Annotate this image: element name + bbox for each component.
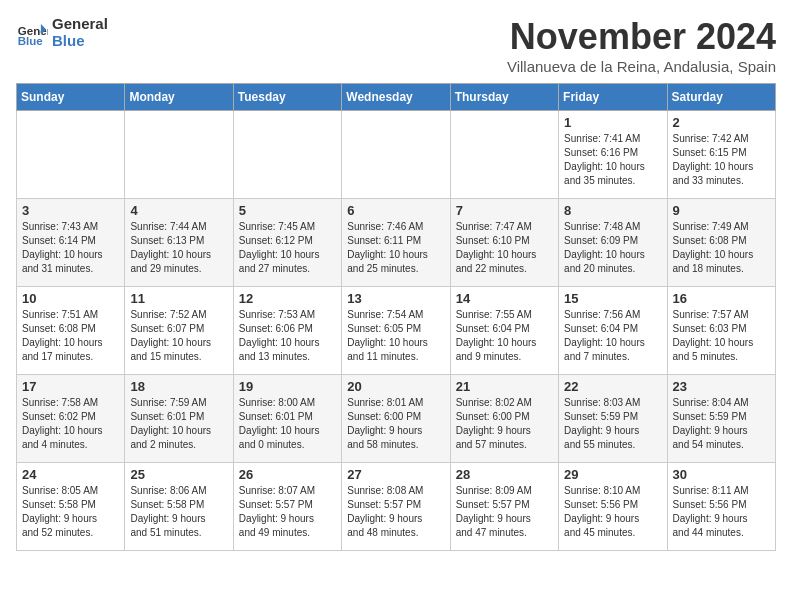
day-detail: Sunrise: 8:01 AM Sunset: 6:00 PM Dayligh… <box>347 396 444 452</box>
day-detail: Sunrise: 7:48 AM Sunset: 6:09 PM Dayligh… <box>564 220 661 276</box>
calendar-cell: 9Sunrise: 7:49 AM Sunset: 6:08 PM Daylig… <box>667 199 775 287</box>
week-row-4: 17Sunrise: 7:58 AM Sunset: 6:02 PM Dayli… <box>17 375 776 463</box>
day-detail: Sunrise: 7:46 AM Sunset: 6:11 PM Dayligh… <box>347 220 444 276</box>
header-cell-wednesday: Wednesday <box>342 84 450 111</box>
calendar-cell: 12Sunrise: 7:53 AM Sunset: 6:06 PM Dayli… <box>233 287 341 375</box>
day-number: 30 <box>673 467 770 482</box>
calendar-cell: 10Sunrise: 7:51 AM Sunset: 6:08 PM Dayli… <box>17 287 125 375</box>
day-detail: Sunrise: 7:56 AM Sunset: 6:04 PM Dayligh… <box>564 308 661 364</box>
week-row-3: 10Sunrise: 7:51 AM Sunset: 6:08 PM Dayli… <box>17 287 776 375</box>
day-number: 3 <box>22 203 119 218</box>
calendar-cell: 18Sunrise: 7:59 AM Sunset: 6:01 PM Dayli… <box>125 375 233 463</box>
day-number: 16 <box>673 291 770 306</box>
day-detail: Sunrise: 8:06 AM Sunset: 5:58 PM Dayligh… <box>130 484 227 540</box>
calendar-cell: 4Sunrise: 7:44 AM Sunset: 6:13 PM Daylig… <box>125 199 233 287</box>
calendar-cell: 28Sunrise: 8:09 AM Sunset: 5:57 PM Dayli… <box>450 463 558 551</box>
day-detail: Sunrise: 8:05 AM Sunset: 5:58 PM Dayligh… <box>22 484 119 540</box>
week-row-2: 3Sunrise: 7:43 AM Sunset: 6:14 PM Daylig… <box>17 199 776 287</box>
day-number: 5 <box>239 203 336 218</box>
day-detail: Sunrise: 7:43 AM Sunset: 6:14 PM Dayligh… <box>22 220 119 276</box>
calendar-cell: 29Sunrise: 8:10 AM Sunset: 5:56 PM Dayli… <box>559 463 667 551</box>
day-number: 6 <box>347 203 444 218</box>
day-detail: Sunrise: 8:04 AM Sunset: 5:59 PM Dayligh… <box>673 396 770 452</box>
day-detail: Sunrise: 7:45 AM Sunset: 6:12 PM Dayligh… <box>239 220 336 276</box>
day-detail: Sunrise: 7:53 AM Sunset: 6:06 PM Dayligh… <box>239 308 336 364</box>
calendar-cell: 6Sunrise: 7:46 AM Sunset: 6:11 PM Daylig… <box>342 199 450 287</box>
day-number: 21 <box>456 379 553 394</box>
calendar-cell: 22Sunrise: 8:03 AM Sunset: 5:59 PM Dayli… <box>559 375 667 463</box>
week-row-5: 24Sunrise: 8:05 AM Sunset: 5:58 PM Dayli… <box>17 463 776 551</box>
day-number: 12 <box>239 291 336 306</box>
day-detail: Sunrise: 7:47 AM Sunset: 6:10 PM Dayligh… <box>456 220 553 276</box>
day-number: 19 <box>239 379 336 394</box>
day-detail: Sunrise: 7:42 AM Sunset: 6:15 PM Dayligh… <box>673 132 770 188</box>
logo-line2: Blue <box>52 33 108 50</box>
calendar-cell: 15Sunrise: 7:56 AM Sunset: 6:04 PM Dayli… <box>559 287 667 375</box>
day-number: 26 <box>239 467 336 482</box>
day-number: 20 <box>347 379 444 394</box>
day-number: 7 <box>456 203 553 218</box>
calendar-cell <box>450 111 558 199</box>
day-detail: Sunrise: 7:44 AM Sunset: 6:13 PM Dayligh… <box>130 220 227 276</box>
day-number: 18 <box>130 379 227 394</box>
day-number: 9 <box>673 203 770 218</box>
calendar-cell: 13Sunrise: 7:54 AM Sunset: 6:05 PM Dayli… <box>342 287 450 375</box>
day-number: 29 <box>564 467 661 482</box>
calendar-cell <box>342 111 450 199</box>
calendar-cell: 27Sunrise: 8:08 AM Sunset: 5:57 PM Dayli… <box>342 463 450 551</box>
day-number: 1 <box>564 115 661 130</box>
day-detail: Sunrise: 8:02 AM Sunset: 6:00 PM Dayligh… <box>456 396 553 452</box>
calendar-cell: 19Sunrise: 8:00 AM Sunset: 6:01 PM Dayli… <box>233 375 341 463</box>
day-detail: Sunrise: 7:41 AM Sunset: 6:16 PM Dayligh… <box>564 132 661 188</box>
day-detail: Sunrise: 7:49 AM Sunset: 6:08 PM Dayligh… <box>673 220 770 276</box>
calendar-cell: 7Sunrise: 7:47 AM Sunset: 6:10 PM Daylig… <box>450 199 558 287</box>
header-cell-monday: Monday <box>125 84 233 111</box>
day-number: 8 <box>564 203 661 218</box>
calendar-cell: 21Sunrise: 8:02 AM Sunset: 6:00 PM Dayli… <box>450 375 558 463</box>
day-detail: Sunrise: 7:52 AM Sunset: 6:07 PM Dayligh… <box>130 308 227 364</box>
header-cell-saturday: Saturday <box>667 84 775 111</box>
day-number: 28 <box>456 467 553 482</box>
logo-icon: General Blue <box>16 17 48 49</box>
header-cell-sunday: Sunday <box>17 84 125 111</box>
calendar-cell: 16Sunrise: 7:57 AM Sunset: 6:03 PM Dayli… <box>667 287 775 375</box>
day-detail: Sunrise: 7:55 AM Sunset: 6:04 PM Dayligh… <box>456 308 553 364</box>
day-number: 17 <box>22 379 119 394</box>
calendar-cell: 14Sunrise: 7:55 AM Sunset: 6:04 PM Dayli… <box>450 287 558 375</box>
calendar-cell <box>17 111 125 199</box>
calendar-cell: 8Sunrise: 7:48 AM Sunset: 6:09 PM Daylig… <box>559 199 667 287</box>
header-row: SundayMondayTuesdayWednesdayThursdayFrid… <box>17 84 776 111</box>
calendar-cell: 2Sunrise: 7:42 AM Sunset: 6:15 PM Daylig… <box>667 111 775 199</box>
day-detail: Sunrise: 7:58 AM Sunset: 6:02 PM Dayligh… <box>22 396 119 452</box>
calendar-cell: 5Sunrise: 7:45 AM Sunset: 6:12 PM Daylig… <box>233 199 341 287</box>
day-number: 4 <box>130 203 227 218</box>
calendar-cell <box>233 111 341 199</box>
header-cell-tuesday: Tuesday <box>233 84 341 111</box>
day-number: 23 <box>673 379 770 394</box>
day-number: 24 <box>22 467 119 482</box>
day-detail: Sunrise: 7:51 AM Sunset: 6:08 PM Dayligh… <box>22 308 119 364</box>
day-number: 27 <box>347 467 444 482</box>
week-row-1: 1Sunrise: 7:41 AM Sunset: 6:16 PM Daylig… <box>17 111 776 199</box>
calendar-cell: 25Sunrise: 8:06 AM Sunset: 5:58 PM Dayli… <box>125 463 233 551</box>
day-number: 2 <box>673 115 770 130</box>
calendar-cell: 20Sunrise: 8:01 AM Sunset: 6:00 PM Dayli… <box>342 375 450 463</box>
svg-text:Blue: Blue <box>18 35 44 47</box>
header-cell-friday: Friday <box>559 84 667 111</box>
day-number: 10 <box>22 291 119 306</box>
calendar-subtitle: Villanueva de la Reina, Andalusia, Spain <box>507 58 776 75</box>
day-number: 15 <box>564 291 661 306</box>
calendar-cell: 30Sunrise: 8:11 AM Sunset: 5:56 PM Dayli… <box>667 463 775 551</box>
day-number: 22 <box>564 379 661 394</box>
day-detail: Sunrise: 8:11 AM Sunset: 5:56 PM Dayligh… <box>673 484 770 540</box>
day-detail: Sunrise: 8:10 AM Sunset: 5:56 PM Dayligh… <box>564 484 661 540</box>
day-detail: Sunrise: 7:59 AM Sunset: 6:01 PM Dayligh… <box>130 396 227 452</box>
calendar-cell: 1Sunrise: 7:41 AM Sunset: 6:16 PM Daylig… <box>559 111 667 199</box>
day-detail: Sunrise: 7:54 AM Sunset: 6:05 PM Dayligh… <box>347 308 444 364</box>
day-detail: Sunrise: 8:07 AM Sunset: 5:57 PM Dayligh… <box>239 484 336 540</box>
title-block: November 2024 Villanueva de la Reina, An… <box>507 16 776 75</box>
day-detail: Sunrise: 8:08 AM Sunset: 5:57 PM Dayligh… <box>347 484 444 540</box>
calendar-title: November 2024 <box>507 16 776 58</box>
calendar-cell <box>125 111 233 199</box>
calendar-cell: 23Sunrise: 8:04 AM Sunset: 5:59 PM Dayli… <box>667 375 775 463</box>
